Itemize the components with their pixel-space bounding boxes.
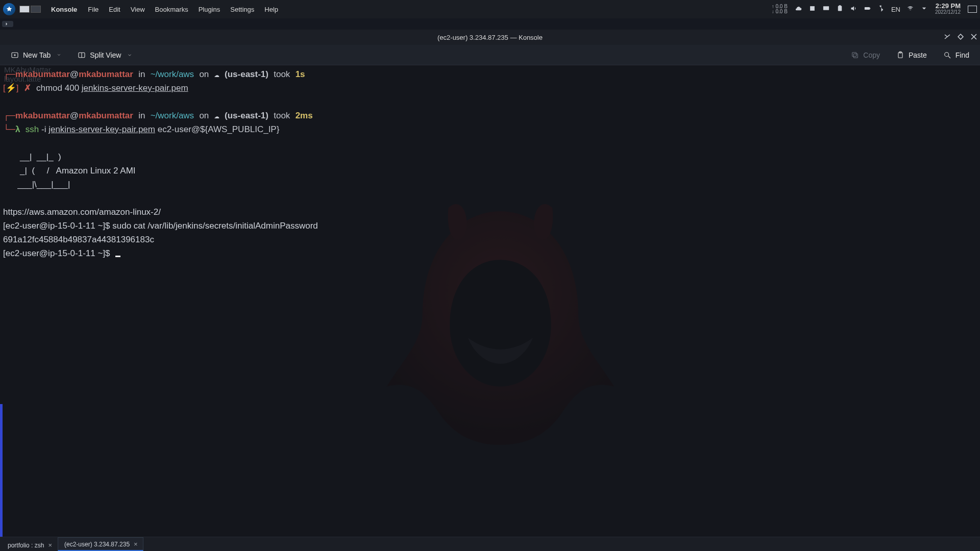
svg-rect-1	[823, 6, 829, 10]
menu-help[interactable]: Help	[260, 4, 283, 15]
menu-bookmarks[interactable]: Bookmarks	[151, 4, 193, 15]
task-strip	[0, 18, 980, 30]
terminal[interactable]: MKAbuMattar.layout.latte ┌─mkabumattar@m…	[0, 65, 980, 537]
svg-rect-0	[810, 6, 815, 11]
paste-button[interactable]: Paste	[892, 48, 932, 62]
workspace-switcher[interactable]	[19, 6, 41, 13]
minimize-icon[interactable]	[944, 34, 950, 41]
new-tab-button[interactable]: New Tab	[6, 48, 66, 62]
tab-ec2[interactable]: (ec2-user) 3.234.87.235×	[58, 537, 143, 551]
svg-rect-4	[865, 7, 870, 10]
task-konsole[interactable]	[2, 21, 13, 27]
menu-settings[interactable]: Settings	[226, 4, 259, 15]
window-title: (ec2-user) 3.234.87.235 — Konsole	[437, 34, 543, 41]
systray: EN	[795, 5, 928, 14]
bluetooth-icon[interactable]	[877, 5, 885, 14]
find-button[interactable]: Find	[939, 48, 974, 62]
volume-icon[interactable]	[850, 5, 857, 14]
wifi-icon[interactable]	[906, 5, 914, 14]
wallpaper-figure	[370, 185, 630, 471]
system-panel: Konsole File Edit View Bookmarks Plugins…	[0, 0, 980, 18]
cursor	[115, 256, 120, 257]
lang-indicator[interactable]: EN	[891, 6, 900, 13]
scroll-indicator	[0, 404, 3, 537]
svg-rect-3	[839, 5, 841, 7]
toolbar: New Tab Split View Copy Paste Find	[0, 45, 980, 65]
svg-rect-9	[852, 52, 856, 56]
menu-app[interactable]: Konsole	[46, 4, 82, 15]
battery-icon[interactable]	[864, 5, 871, 14]
menu-edit[interactable]: Edit	[104, 4, 125, 15]
stop-icon[interactable]	[808, 5, 816, 14]
start-icon[interactable]	[3, 3, 15, 15]
net-speed: ↑ 0.0 B ↓ 0.0 B	[772, 4, 788, 14]
chevron-down-icon[interactable]	[920, 5, 928, 14]
menu-file[interactable]: File	[83, 4, 103, 15]
maximize-icon[interactable]	[958, 34, 964, 41]
svg-point-12	[944, 52, 948, 56]
clock[interactable]: 2:29 PM 2022/12/12	[935, 3, 961, 15]
svg-rect-5	[870, 8, 870, 9]
konsole-window: (ec2-user) 3.234.87.235 — Konsole New Ta…	[0, 30, 980, 551]
split-view-button[interactable]: Split View	[73, 48, 137, 62]
close-icon[interactable]	[971, 34, 977, 41]
tab-bar: portfolio : zsh× (ec2-user) 3.234.87.235…	[0, 537, 980, 551]
show-desktop-icon[interactable]	[968, 6, 977, 13]
display-icon[interactable]	[822, 5, 830, 14]
menu-plugins[interactable]: Plugins	[194, 4, 225, 15]
copy-button: Copy	[846, 48, 885, 62]
tab-portfolio[interactable]: portfolio : zsh×	[1, 538, 58, 551]
close-tab-icon[interactable]: ×	[48, 541, 52, 549]
suggestion-ghost: MKAbuMattar.layout.latte	[4, 65, 53, 84]
menu-bar: Konsole File Edit View Bookmarks Plugins…	[46, 4, 283, 15]
svg-rect-2	[838, 6, 842, 11]
titlebar: (ec2-user) 3.234.87.235 — Konsole	[0, 30, 980, 45]
menu-view[interactable]: View	[126, 4, 150, 15]
cloud-icon[interactable]	[795, 5, 802, 14]
clipboard-icon[interactable]	[836, 5, 844, 14]
svg-rect-8	[854, 54, 858, 58]
close-tab-icon[interactable]: ×	[134, 540, 138, 548]
